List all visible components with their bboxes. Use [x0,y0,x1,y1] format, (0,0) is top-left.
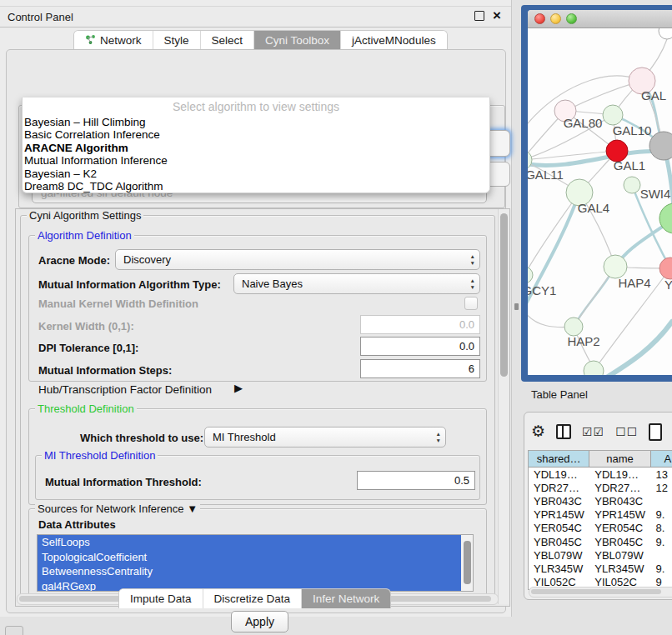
data-attributes-list[interactable]: SelfLoopsTopologicalCoefficientBetweenne… [37,534,474,592]
mi-algorithm-type-combobox[interactable]: Naive Bayes ▲▼ [233,273,480,294]
aracne-mode-combobox[interactable]: Discovery ▲▼ [115,249,480,270]
table-cell [651,548,672,562]
column-header-shared[interactable]: shared… [529,451,589,468]
expanded-arrow-icon[interactable]: ▼ [187,502,198,515]
tab-style-label: Style [164,34,189,47]
which-threshold-combobox[interactable]: MI Threshold ▲▼ [204,427,446,448]
aracne-mode-label: Aracne Mode: [38,254,110,267]
data-attribute-selfloops[interactable]: SelfLoops [38,535,461,550]
algorithm-option-mutual-information-inference[interactable]: Mutual Information Inference [23,154,489,167]
table-row[interactable]: YBR045CYBR045C9. [529,535,672,548]
manual-kernel-width-label: Manual Kernel Width Definition [38,298,198,310]
data-attribute-betweennesscentrality[interactable]: BetweennessCentrality [38,564,461,579]
mi-threshold-field[interactable]: 0.5 [357,471,475,490]
settings-scrollbar-track[interactable] [498,209,509,604]
table-cell: 9. [651,508,672,522]
manual-kernel-width-checkbox[interactable] [464,297,478,310]
node-y[interactable] [659,258,672,279]
tab-discretize-data[interactable]: Discretize Data [203,589,303,608]
table-row[interactable]: YBL079WYBL079W [529,548,672,562]
network-window-titlebar[interactable] [528,10,672,28]
algorithm-option-bayesian-k2[interactable]: Bayesian – K2 [23,168,489,180]
table-row[interactable]: YDL19…YDL19…13 [529,468,672,481]
node-hap2[interactable] [564,318,583,336]
dpi-tolerance-label: DPI Tolerance [0,1]: [38,342,138,354]
collapsed-arrow-icon[interactable]: ▶ [234,382,243,394]
mi-steps-field[interactable]: 6 [360,359,480,378]
algorithm-option-bayesian-hill-climbing[interactable]: Bayesian – Hill Climbing [23,116,489,128]
node-hap4[interactable] [604,255,627,278]
tab-impute-data[interactable]: Impute Data [119,589,203,608]
algorithm-option-dream8-dc-tdc-algorithm[interactable]: Dream8 DC_TDC Algorithm [23,180,489,192]
close-traffic-light-icon[interactable] [534,13,545,24]
table-hscrollbar-track[interactable] [529,587,672,598]
select-all-checked-icon[interactable]: ☑☑ [582,425,604,438]
node[interactable] [659,28,672,39]
tab-cyni-toolbox-label: Cyni Toolbox [265,34,329,47]
table-header-row: shared…nameA [529,451,672,468]
dpi-tolerance-field[interactable]: 0.0 [360,337,480,356]
settings-scrollbar-thumb[interactable] [500,213,508,377]
table-row[interactable]: YLR345WYLR345W9. [529,562,672,575]
table-row[interactable]: YPR145WYPR145W9. [529,508,672,522]
node-label-gal80: GAL80 [564,116,603,130]
aracne-mode-value: Discovery [123,253,171,266]
network-window: GALGAL80GAL10GAL1GAL11GAL4SWI4GCY1HAP4YH… [528,10,672,375]
table-row[interactable]: YDR27…YDR27…12 [529,481,672,494]
kernel-width-label: Kernel Width (0,1): [38,320,134,332]
splitter-handle[interactable] [514,303,519,310]
tab-network[interactable]: Network [74,31,153,50]
table-cell: YPR145W [589,508,650,522]
table-row[interactable]: YER054CYER054C8. [529,522,672,535]
tab-discretize-data-label: Discretize Data [214,592,291,605]
node[interactable] [584,361,604,375]
tab-jactivemnodules[interactable]: jActiveMNodules [341,31,447,50]
zoom-traffic-light-icon[interactable] [566,13,577,24]
node-attribute-table: shared…nameA YDL19…YDL19…13YDR27…YDR27…1… [528,450,672,590]
minimize-traffic-light-icon[interactable] [550,13,561,24]
list-scrollbar-thumb[interactable] [464,541,471,584]
network-icon [85,34,96,48]
table-row[interactable]: YBR043CYBR043C [529,494,672,508]
float-panel-icon[interactable] [474,11,484,21]
network-nodes: GALGAL80GAL10GAL1GAL11GAL4SWI4GCY1HAP4YH… [528,28,672,375]
table-hscrollbar-thumb[interactable] [531,589,661,594]
which-threshold-value: MI Threshold [213,431,276,443]
combo-stepper-icon: ▲▼ [436,431,441,444]
tab-style[interactable]: Style [153,31,201,50]
tab-infer-network[interactable]: Infer Network [302,589,390,608]
gear-icon[interactable]: ⚙ [531,423,545,440]
table-cell: YBR045C [529,535,589,548]
node-swi4[interactable] [624,177,640,193]
hub-definition-label[interactable]: Hub/Transcription Factor Definition [38,383,212,396]
table-cell: 8. [651,522,672,535]
apply-button[interactable]: Apply [231,611,288,632]
collapsed-corner-button[interactable] [5,626,23,635]
table-cell [651,494,672,508]
node-gcy1[interactable] [528,267,533,283]
select-none-icon[interactable]: ☐☐ [615,425,638,438]
data-attribute-topologicalcoefficient[interactable]: TopologicalCoefficient [38,550,461,565]
node-label-y: Y [664,278,672,292]
close-icon[interactable]: × [493,10,501,22]
algorithm-option-basic-correlation-inference[interactable]: Basic Correlation Inference [23,128,489,141]
table-cell: YBR043C [529,494,589,508]
tab-cyni-toolbox[interactable]: Cyni Toolbox [254,31,341,50]
columns-icon[interactable] [556,424,571,439]
table-cell: YBR043C [589,494,650,508]
algorithm-dropdown-list: Bayesian – Hill ClimbingBasic Correlatio… [23,116,489,192]
mi-steps-label: Mutual Information Steps: [38,364,172,377]
column-header-a[interactable]: A [651,451,672,468]
list-scrollbar-track[interactable] [461,535,473,591]
control-panel-tabbar: NetworkStyleSelectCyni ToolboxjActiveMNo… [73,30,448,50]
mi-threshold-group-title: MI Threshold Definition [42,449,158,462]
network-canvas[interactable]: GALGAL80GAL10GAL1GAL11GAL4SWI4GCY1HAP4YH… [528,28,672,375]
column-header-name[interactable]: name [589,451,650,468]
file-icon[interactable] [649,423,662,441]
tab-select[interactable]: Select [201,31,255,50]
network-graph: GALGAL80GAL10GAL1GAL11GAL4SWI4GCY1HAP4YH… [528,28,672,375]
algorithm-option-aracne-algorithm[interactable]: ARACNE Algorithm [23,142,489,154]
kernel-width-field: 0.0 [360,315,480,334]
node-gal10[interactable] [603,105,623,125]
algorithm-definition-title: Algorithm Definition [35,229,134,242]
